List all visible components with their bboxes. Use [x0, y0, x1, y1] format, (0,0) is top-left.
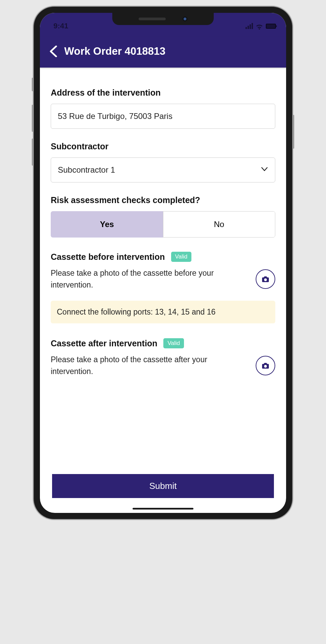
risk-option-no[interactable]: No	[163, 211, 276, 238]
phone-power-button	[292, 115, 294, 149]
cassette-before-instruction: Please take a photo of the cassette befo…	[51, 267, 250, 291]
cassette-before-badge: Valid	[171, 252, 192, 262]
home-indicator[interactable]	[133, 508, 193, 510]
address-label: Address of the intervention	[51, 88, 275, 98]
phone-notch	[112, 13, 214, 25]
speaker-grille	[139, 18, 166, 20]
submit-bar: Submit	[40, 474, 286, 513]
back-button[interactable]	[47, 46, 57, 57]
form-content: Address of the intervention Subcontracto…	[40, 68, 286, 474]
chevron-left-icon	[49, 46, 57, 57]
cassette-before-title: Cassette before intervention	[51, 252, 165, 262]
risk-toggle-group: Yes No	[51, 211, 275, 238]
app-header: Work Order 4018813	[40, 36, 286, 68]
subcontractor-label: Subcontractor	[51, 142, 275, 151]
phone-mute-switch	[32, 78, 34, 91]
battery-icon	[266, 24, 276, 29]
front-camera	[183, 17, 187, 21]
cassette-after-row: Please take a photo of the cassette afte…	[51, 354, 275, 377]
submit-button[interactable]: Submit	[52, 474, 274, 498]
risk-option-yes[interactable]: Yes	[51, 211, 163, 238]
phone-screen: 9:41 Work Order 4018813 Address of the i…	[40, 13, 286, 513]
phone-device-frame: 9:41 Work Order 4018813 Address of the i…	[34, 7, 292, 519]
cassette-after-title: Cassette after intervention	[51, 339, 157, 348]
page-title: Work Order 4018813	[64, 45, 165, 57]
subcontractor-select[interactable]: Subcontractor 1	[51, 157, 275, 182]
wifi-icon	[256, 23, 263, 29]
cellular-signal-icon	[246, 23, 253, 29]
camera-icon	[261, 275, 270, 283]
status-icons	[246, 20, 276, 29]
phone-volume-up	[32, 105, 34, 132]
address-input[interactable]	[51, 104, 275, 129]
ports-info-box: Connect the following ports: 13, 14, 15 …	[51, 301, 275, 323]
risk-assessment-label: Risk assessment checks completed?	[51, 195, 275, 205]
camera-button-before[interactable]	[256, 269, 275, 289]
camera-button-after[interactable]	[256, 356, 275, 375]
cassette-after-header: Cassette after intervention Valid	[51, 338, 275, 348]
cassette-before-header: Cassette before intervention Valid	[51, 252, 275, 262]
status-time: 9:41	[53, 19, 68, 30]
cassette-after-instruction: Please take a photo of the cassette afte…	[51, 354, 250, 377]
cassette-before-row: Please take a photo of the cassette befo…	[51, 267, 275, 291]
cassette-after-badge: Valid	[163, 338, 184, 348]
phone-volume-down	[32, 139, 34, 166]
camera-icon	[261, 362, 270, 369]
